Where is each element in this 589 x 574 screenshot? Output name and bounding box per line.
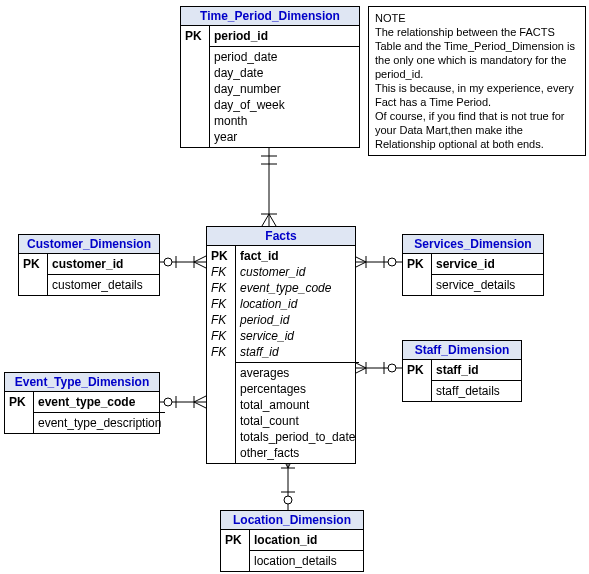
field: month bbox=[214, 113, 355, 129]
pk-field: location_id bbox=[254, 532, 359, 548]
pk-label: PK bbox=[211, 248, 231, 264]
field: staff_details bbox=[436, 383, 517, 399]
entity-title: Event_Type_Dimension bbox=[5, 373, 159, 392]
fk-label: FK bbox=[211, 296, 231, 312]
svg-point-31 bbox=[284, 496, 292, 504]
pk-field: event_type_code bbox=[38, 394, 161, 410]
field: period_date bbox=[214, 49, 355, 65]
entity-title: Time_Period_Dimension bbox=[181, 7, 359, 26]
field: service_details bbox=[436, 277, 539, 293]
entity-event-type-dimension: Event_Type_Dimension PK event_type_code … bbox=[4, 372, 160, 434]
pk-field: fact_id bbox=[240, 248, 355, 264]
field: location_details bbox=[254, 553, 359, 569]
entity-services-dimension: Services_Dimension PK service_id service… bbox=[402, 234, 544, 296]
pk-field: service_id bbox=[436, 256, 539, 272]
field: totals_period_to_date bbox=[240, 429, 355, 445]
fk-label: FK bbox=[211, 312, 231, 328]
note-text: Of course, if you find that is not true … bbox=[375, 109, 579, 151]
fk-label: FK bbox=[211, 344, 231, 360]
entity-customer-dimension: Customer_Dimension PK customer_id custom… bbox=[18, 234, 160, 296]
note-text: The relationship between the FACTS Table… bbox=[375, 25, 579, 81]
svg-line-5 bbox=[269, 214, 276, 226]
fk-field: event_type_code bbox=[240, 280, 355, 296]
entity-title: Staff_Dimension bbox=[403, 341, 521, 360]
entity-title: Location_Dimension bbox=[221, 511, 363, 530]
fk-field: service_id bbox=[240, 328, 355, 344]
entity-title: Services_Dimension bbox=[403, 235, 543, 254]
entity-title: Facts bbox=[207, 227, 355, 246]
field: year bbox=[214, 129, 355, 145]
field: day_date bbox=[214, 65, 355, 81]
pk-label: PK bbox=[407, 362, 427, 378]
pk-field: staff_id bbox=[436, 362, 517, 378]
pk-label: PK bbox=[185, 28, 205, 44]
field: other_facts bbox=[240, 445, 355, 461]
pk-label: PK bbox=[407, 256, 427, 272]
fk-label: FK bbox=[211, 280, 231, 296]
svg-line-11 bbox=[194, 262, 206, 268]
field: total_count bbox=[240, 413, 355, 429]
note-text: This is because, in my experience, every… bbox=[375, 81, 579, 109]
svg-point-7 bbox=[164, 258, 172, 266]
fk-field: period_id bbox=[240, 312, 355, 328]
field: averages bbox=[240, 365, 355, 381]
er-diagram: Time_Period_Dimension PK period_id perio… bbox=[0, 0, 589, 574]
svg-line-10 bbox=[194, 256, 206, 262]
svg-point-19 bbox=[388, 258, 396, 266]
entity-time-period-dimension: Time_Period_Dimension PK period_id perio… bbox=[180, 6, 360, 148]
pk-label: PK bbox=[225, 532, 245, 548]
fk-label: FK bbox=[211, 328, 231, 344]
fk-label: FK bbox=[211, 264, 231, 280]
entity-location-dimension: Location_Dimension PK location_id locati… bbox=[220, 510, 364, 572]
pk-label: PK bbox=[23, 256, 43, 272]
pk-field: period_id bbox=[214, 28, 355, 44]
field: customer_details bbox=[52, 277, 155, 293]
field: day_of_week bbox=[214, 97, 355, 113]
fk-field: location_id bbox=[240, 296, 355, 312]
entity-title: Customer_Dimension bbox=[19, 235, 159, 254]
pk-label: PK bbox=[9, 394, 29, 410]
field: total_amount bbox=[240, 397, 355, 413]
svg-line-17 bbox=[194, 402, 206, 408]
svg-line-16 bbox=[194, 396, 206, 402]
note-box: NOTE The relationship between the FACTS … bbox=[368, 6, 586, 156]
svg-point-25 bbox=[388, 364, 396, 372]
svg-line-4 bbox=[262, 214, 269, 226]
field: event_type_description bbox=[38, 415, 161, 431]
fk-field: staff_id bbox=[240, 344, 355, 360]
entity-staff-dimension: Staff_Dimension PK staff_id staff_detail… bbox=[402, 340, 522, 402]
field: percentages bbox=[240, 381, 355, 397]
entity-facts: Facts PK FK FK FK FK FK FK fact_id custo… bbox=[206, 226, 356, 464]
pk-field: customer_id bbox=[52, 256, 155, 272]
field: day_number bbox=[214, 81, 355, 97]
note-title: NOTE bbox=[375, 11, 579, 25]
fk-field: customer_id bbox=[240, 264, 355, 280]
